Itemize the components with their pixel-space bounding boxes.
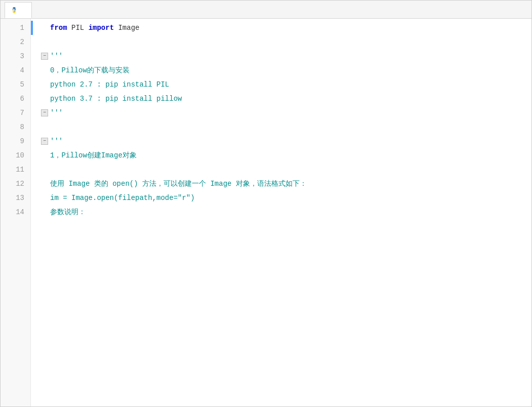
fold-button[interactable]: − (41, 138, 48, 145)
code-token: 使用 Image 类的 open() 方法，可以创建一个 Image 对象，语法… (50, 177, 307, 191)
code-line: 0，Pillow的下载与安装 (41, 63, 531, 77)
code-token: 0，Pillow的下载与安装 (50, 63, 130, 77)
code-line: 1，Pillow创建Image对象 (41, 148, 531, 162)
code-line (41, 35, 531, 49)
code-token: python 3.7 : pip install pillow (50, 92, 182, 106)
code-token: im = Image.open(filepath,mode="r") (50, 191, 195, 205)
python-icon (10, 6, 18, 14)
line-number: 13 (1, 191, 24, 205)
code-token: from (50, 21, 67, 35)
code-line: 参数说明： (41, 205, 531, 219)
line-number: 4 (1, 63, 24, 77)
code-token: ''' (50, 49, 63, 63)
title-bar (1, 1, 531, 19)
line-number: 3 (1, 49, 24, 63)
line-number: 14 (1, 205, 24, 219)
code-line: python 2.7 : pip install PIL (41, 77, 531, 92)
line-number: 1 (1, 21, 24, 35)
editor-window: 1234567891011121314 from PIL import Imag… (0, 0, 532, 407)
line-number: 2 (1, 35, 24, 49)
editor-area: 1234567891011121314 from PIL import Imag… (1, 19, 531, 406)
line-number: 7 (1, 106, 24, 120)
svg-point-3 (13, 9, 14, 10)
line-number: 10 (1, 148, 24, 162)
line-number: 6 (1, 92, 24, 106)
file-tab[interactable] (5, 2, 32, 18)
line-number: 8 (1, 120, 24, 134)
code-token: PIL (67, 21, 89, 35)
code-line (41, 120, 531, 134)
code-token: 参数说明： (50, 205, 86, 219)
code-line (41, 162, 531, 177)
code-area[interactable]: from PIL import Image−'''0，Pillow的下载与安装p… (31, 19, 531, 406)
svg-point-4 (14, 11, 15, 12)
code-line: python 3.7 : pip install pillow (41, 92, 531, 106)
code-token: ''' (50, 134, 63, 148)
code-line: −''' (41, 49, 531, 63)
line-accent (31, 21, 33, 35)
line-number: 9 (1, 134, 24, 148)
code-line: from PIL import Image (41, 21, 531, 35)
code-line: 使用 Image 类的 open() 方法，可以创建一个 Image 对象，语法… (41, 177, 531, 191)
code-line: im = Image.open(filepath,mode="r") (41, 191, 531, 205)
code-line: −''' (41, 106, 531, 120)
code-token: python 2.7 : pip install PIL (50, 77, 169, 92)
line-number: 5 (1, 77, 24, 92)
fold-button[interactable]: − (41, 109, 48, 116)
code-token: 1，Pillow创建Image对象 (50, 148, 137, 162)
code-token: ''' (50, 106, 63, 120)
fold-button[interactable]: − (41, 53, 48, 60)
code-line: −''' (41, 134, 531, 148)
line-number: 12 (1, 177, 24, 191)
code-token: Image (114, 21, 139, 35)
code-token: import (89, 21, 114, 35)
line-number: 11 (1, 162, 24, 177)
line-numbers: 1234567891011121314 (1, 19, 31, 406)
